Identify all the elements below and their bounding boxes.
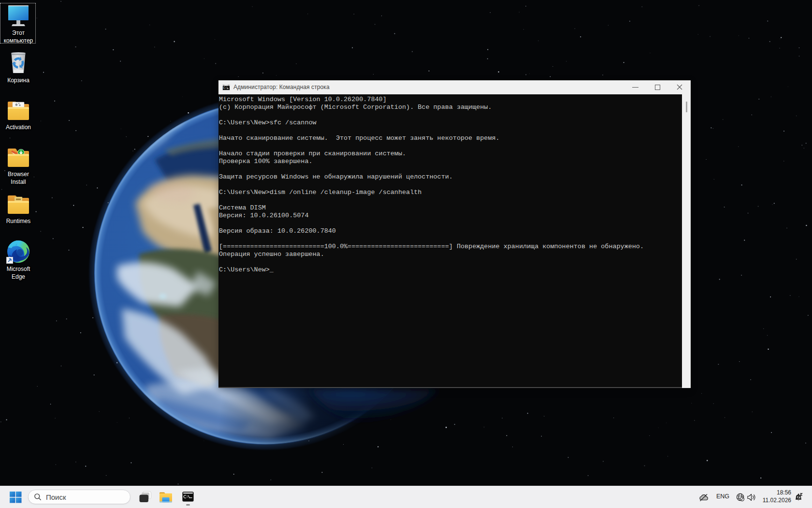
svg-text:C:\: C:\ — [223, 87, 229, 90]
